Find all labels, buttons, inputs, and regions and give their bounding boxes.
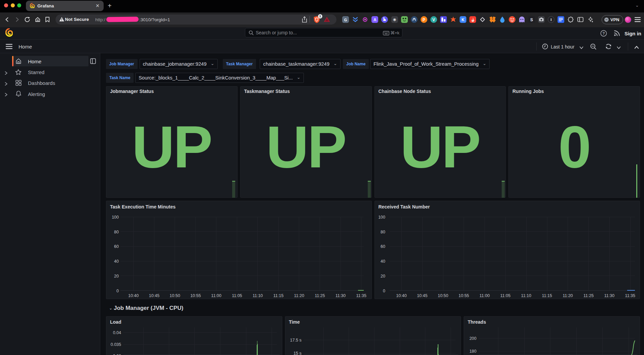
svg-text:?: ? xyxy=(602,31,605,35)
svg-text:I: I xyxy=(550,18,552,22)
